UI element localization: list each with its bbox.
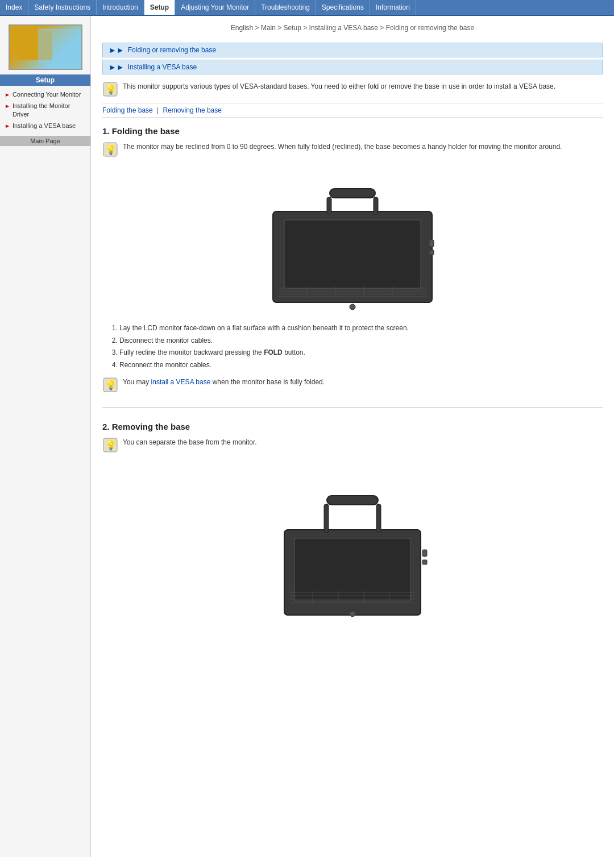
breadcrumb: English > Main > Setup > Installing a VE… (102, 22, 603, 34)
nav-safety[interactable]: Safety Instructions (28, 0, 97, 15)
instructions-list: Lay the LCD monitor face-down on a flat … (119, 322, 603, 371)
section2-heading: 2. Removing the base (102, 422, 603, 431)
separator: | (157, 106, 160, 114)
main-content: English > Main > Setup > Installing a VE… (91, 16, 614, 857)
nav-setup[interactable]: Setup (144, 0, 175, 15)
top-navigation: Index Safety Instructions Introduction S… (0, 0, 614, 16)
svg-rect-39 (422, 560, 427, 564)
sidebar: Setup ► Connecting Your Monitor ► Instal… (0, 16, 91, 857)
section-links: Folding the base | Removing the base (102, 103, 603, 118)
sidebar-item-label: Installing the Monitor Driver (13, 102, 86, 118)
folding-link[interactable]: Folding the base (102, 106, 153, 114)
svg-rect-18 (429, 240, 434, 247)
svg-rect-19 (429, 250, 434, 255)
svg-rect-7 (327, 197, 331, 214)
svg-rect-25 (294, 538, 410, 601)
tip-block-2: 💡 The monitor may be reclined from 0 to … (102, 142, 603, 157)
arrow-icon: ► (5, 122, 10, 130)
section2-tip: You can separate the base from the monit… (123, 437, 257, 447)
section1-tip: The monitor may be reclined from 0 to 90… (123, 142, 562, 152)
svg-text:💡: 💡 (105, 380, 117, 391)
svg-point-17 (350, 304, 355, 310)
sidebar-section-title: Setup (0, 74, 90, 86)
svg-text:💡: 💡 (105, 144, 117, 155)
tip-block-1: 💡 This monitor supports various types of… (102, 81, 603, 97)
nav-troubleshooting[interactable]: Troubleshooting (255, 0, 316, 15)
svg-rect-27 (324, 504, 329, 533)
section-divider (102, 407, 603, 408)
main-layout: Setup ► Connecting Your Monitor ► Instal… (0, 16, 614, 857)
sidebar-item-vesa[interactable]: ► Installing a VESA base (0, 120, 90, 131)
sidebar-item-label: Installing a VESA base (13, 122, 76, 130)
step-item: Reconnect the monitor cables. (119, 359, 603, 372)
link-box-folding[interactable]: ►► Folding or removing the base (102, 43, 603, 57)
double-arrow-icon: ►► (109, 63, 125, 72)
svg-point-37 (350, 611, 355, 617)
sidebar-item-driver[interactable]: ► Installing the Monitor Driver (0, 100, 90, 120)
svg-text:💡: 💡 (105, 84, 117, 95)
main-page-button[interactable]: Main Page (0, 136, 90, 146)
section1-heading: 1. Folding the base (102, 126, 603, 136)
tip-icon: 💡 (102, 377, 118, 393)
svg-rect-8 (374, 197, 378, 214)
svg-text:💡: 💡 (105, 440, 117, 451)
step-item: Lay the LCD monitor face-down on a flat … (119, 322, 603, 335)
svg-rect-5 (284, 220, 421, 288)
tip-icon: 💡 (102, 437, 118, 453)
nav-index[interactable]: Index (0, 0, 28, 15)
section1-note: You may install a VESA base when the mon… (123, 377, 325, 387)
nav-information[interactable]: Information (370, 0, 416, 15)
svg-rect-28 (376, 504, 381, 533)
nav-introduction[interactable]: Introduction (97, 0, 144, 15)
svg-rect-6 (330, 189, 375, 198)
svg-rect-26 (327, 496, 378, 505)
link-box-vesa[interactable]: ►► Installing a VESA base (102, 60, 603, 74)
arrow-icon: ► (5, 102, 10, 110)
step-item: Disconnect the monitor cables. (119, 335, 603, 347)
nav-specifications[interactable]: Specifications (316, 0, 370, 15)
double-arrow-icon: ►► (109, 45, 125, 55)
removing-link[interactable]: Removing the base (163, 106, 222, 114)
vesa-link[interactable]: Installing a VESA base (128, 63, 197, 71)
tip-text-1: This monitor supports various types of V… (123, 81, 555, 92)
arrow-icon: ► (5, 91, 10, 98)
tip-block-4: 💡 You can separate the base from the mon… (102, 437, 603, 453)
sidebar-product-image (9, 24, 82, 70)
tip-icon: 💡 (102, 81, 118, 97)
sidebar-item-label: Connecting Your Monitor (13, 90, 81, 98)
svg-rect-38 (422, 550, 427, 556)
vesa-link[interactable]: install a VESA base (151, 378, 211, 386)
monitor-image-folded (256, 166, 449, 314)
nav-adjusting[interactable]: Adjusting Your Monitor (175, 0, 255, 15)
monitor-image-removing (262, 462, 443, 621)
step-item: Fully recline the monitor backward press… (119, 347, 603, 359)
tip-block-3: 💡 You may install a VESA base when the m… (102, 377, 603, 393)
sidebar-item-connecting[interactable]: ► Connecting Your Monitor (0, 89, 90, 100)
folding-link[interactable]: Folding or removing the base (128, 46, 216, 54)
tip-icon: 💡 (102, 142, 118, 157)
